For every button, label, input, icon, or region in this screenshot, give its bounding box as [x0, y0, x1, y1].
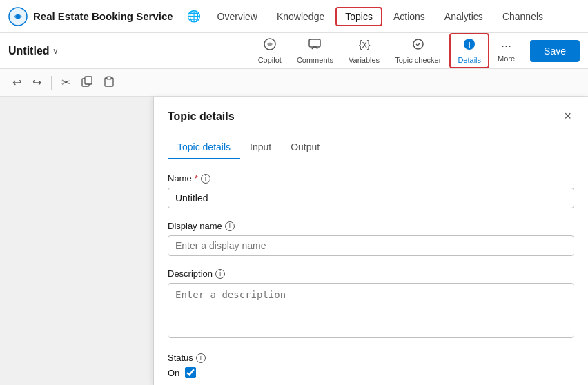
more-label: More [498, 55, 515, 63]
panel-tabs: Topic details Input Output [154, 130, 588, 159]
svg-text:{x}: {x} [359, 39, 371, 50]
display-name-info-icon[interactable]: i [225, 221, 235, 231]
copy-button[interactable] [77, 73, 97, 92]
description-info-icon[interactable]: i [215, 269, 225, 279]
status-field-label: Status i [168, 353, 574, 363]
display-name-field-group: Display name i [168, 221, 574, 256]
copilot-label: Copilot [258, 56, 282, 64]
globe-icon[interactable]: 🌐 [187, 10, 201, 23]
main-area: Topic details × Topic details Input Outp… [0, 97, 588, 385]
details-icon: i [462, 37, 476, 55]
toolbar-icons: Copilot Comments {x} Variables Topic che… [251, 33, 522, 68]
comments-icon [308, 37, 322, 55]
more-icon: ··· [501, 39, 511, 53]
variables-button[interactable]: {x} Variables [342, 34, 386, 67]
description-field-label: Description i [168, 268, 574, 279]
paste-button[interactable] [99, 73, 119, 92]
name-field-group: Name * i [168, 173, 574, 208]
svg-point-1 [16, 14, 20, 19]
nav-channels[interactable]: Channels [494, 8, 551, 25]
undo-button[interactable]: ↩ [8, 73, 26, 92]
name-input[interactable] [168, 188, 574, 208]
app-logo-icon [8, 7, 28, 26]
name-required-indicator: * [195, 173, 198, 184]
nav-knowledge[interactable]: Knowledge [268, 8, 333, 25]
variables-label: Variables [349, 56, 380, 64]
nav-analytics[interactable]: Analytics [436, 8, 491, 25]
svg-text:i: i [469, 41, 471, 49]
svg-rect-9 [85, 77, 92, 84]
topic-checker-button[interactable]: Topic checker [388, 34, 448, 67]
topic-details-panel: Topic details × Topic details Input Outp… [153, 97, 588, 385]
panel-title: Topic details [168, 110, 235, 123]
svg-rect-3 [309, 39, 320, 47]
copilot-icon [263, 37, 277, 55]
description-textarea[interactable] [168, 283, 574, 338]
cut-button[interactable]: ✂ [57, 73, 75, 92]
toolbar-row: Untitled ∨ Copilot Comments {x} Variable… [0, 33, 588, 69]
panel-body: Name * i Display name i Description i [154, 159, 588, 385]
nav-actions[interactable]: Actions [385, 8, 433, 25]
status-value-label: On [168, 368, 179, 378]
tab-output[interactable]: Output [281, 136, 329, 159]
status-checkbox[interactable] [185, 367, 196, 378]
page-title-chevron-icon[interactable]: ∨ [52, 46, 59, 56]
panel-header: Topic details × [154, 97, 588, 125]
edit-toolbar: ↩ ↪ ✂ [0, 69, 588, 97]
name-info-icon[interactable]: i [201, 174, 210, 184]
status-row: On [168, 367, 574, 378]
toolbar-divider [51, 76, 52, 90]
topic-checker-label: Topic checker [395, 56, 441, 64]
save-button[interactable]: Save [530, 40, 580, 62]
comments-button[interactable]: Comments [290, 34, 340, 67]
redo-button[interactable]: ↪ [28, 73, 46, 92]
copilot-button[interactable]: Copilot [251, 34, 288, 67]
more-button[interactable]: ··· More [491, 36, 522, 66]
variables-icon: {x} [357, 37, 371, 55]
display-name-field-label: Display name i [168, 221, 574, 231]
status-info-icon[interactable]: i [196, 353, 206, 363]
status-field-group: Status i On [168, 353, 574, 378]
page-title: Untitled [8, 45, 50, 57]
comments-label: Comments [297, 56, 333, 64]
nav-topics[interactable]: Topics [335, 7, 382, 26]
app-title: Real Estate Booking Service [33, 10, 173, 22]
tab-topic-details[interactable]: Topic details [168, 136, 240, 159]
tab-input[interactable]: Input [240, 136, 281, 159]
display-name-input[interactable] [168, 235, 574, 256]
name-field-label: Name * i [168, 173, 574, 184]
page-title-area: Untitled ∨ [8, 45, 119, 57]
details-button[interactable]: i Details [449, 33, 489, 68]
top-nav: Real Estate Booking Service 🌐 Overview K… [0, 0, 588, 33]
details-label: Details [458, 56, 481, 64]
app-logo-area: Real Estate Booking Service [8, 7, 173, 26]
nav-overview[interactable]: Overview [209, 8, 266, 25]
panel-close-button[interactable]: × [561, 108, 574, 125]
description-field-group: Description i [168, 268, 574, 340]
svg-rect-11 [107, 77, 111, 79]
topic-checker-icon [411, 37, 425, 55]
